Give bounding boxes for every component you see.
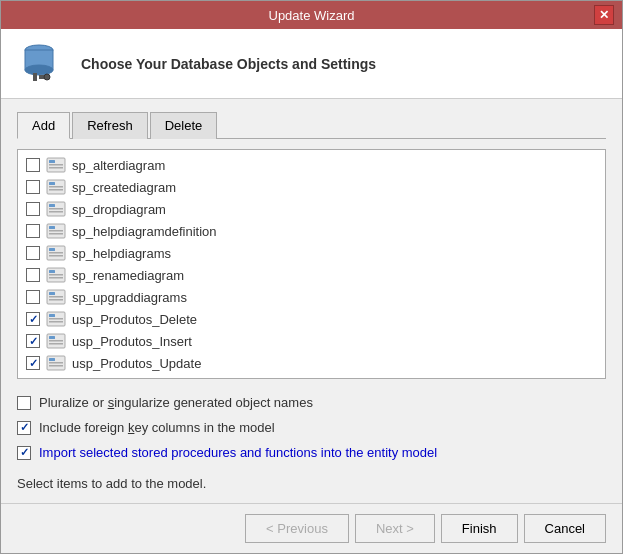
svg-rect-23 — [49, 248, 55, 251]
svg-rect-25 — [49, 255, 63, 257]
svg-rect-13 — [49, 189, 63, 191]
import-stored-checkbox[interactable] — [17, 446, 31, 460]
svg-rect-31 — [49, 292, 55, 295]
item-checkbox[interactable] — [26, 246, 40, 260]
item-checkbox[interactable] — [26, 290, 40, 304]
list-item: sp_creatediagram — [18, 176, 605, 198]
item-label: usp_Produtos_Update — [72, 356, 201, 371]
item-checkbox[interactable] — [26, 158, 40, 172]
item-checkbox[interactable] — [26, 224, 40, 238]
svg-rect-24 — [49, 252, 63, 254]
svg-rect-19 — [49, 226, 55, 229]
item-checkbox[interactable] — [26, 334, 40, 348]
svg-point-5 — [44, 74, 50, 80]
item-icon — [46, 223, 66, 239]
foreign-key-label: Include foreign key columns in the model — [39, 420, 275, 435]
svg-rect-27 — [49, 270, 55, 273]
svg-rect-3 — [33, 73, 37, 81]
item-icon — [46, 245, 66, 261]
svg-rect-33 — [49, 299, 63, 301]
list-item: usp_Produtos_Update — [18, 352, 605, 374]
svg-rect-29 — [49, 277, 63, 279]
list-item: sp_alterdiagram — [18, 154, 605, 176]
cancel-button[interactable]: Cancel — [524, 514, 606, 543]
title-bar: Update Wizard ✕ — [1, 1, 622, 29]
list-item: sp_helpdiagrams — [18, 242, 605, 264]
svg-rect-9 — [49, 167, 63, 169]
item-checkbox[interactable] — [26, 202, 40, 216]
svg-rect-43 — [49, 358, 55, 361]
item-icon — [46, 333, 66, 349]
svg-rect-32 — [49, 296, 63, 298]
option-pluralize: Pluralize or singularize generated objec… — [17, 393, 606, 412]
item-checkbox[interactable] — [26, 312, 40, 326]
next-button[interactable]: Next > — [355, 514, 435, 543]
svg-rect-35 — [49, 314, 55, 317]
list-item: sp_dropdiagram — [18, 198, 605, 220]
tab-bar: Add Refresh Delete — [17, 111, 606, 139]
item-icon — [46, 201, 66, 217]
svg-rect-7 — [49, 160, 55, 163]
main-window: Update Wizard ✕ Choose Your Database Obj… — [0, 0, 623, 554]
close-button[interactable]: ✕ — [594, 5, 614, 25]
item-label: sp_creatediagram — [72, 180, 176, 195]
item-label: sp_upgraddiagrams — [72, 290, 187, 305]
item-checkbox[interactable] — [26, 180, 40, 194]
database-icon — [17, 40, 65, 88]
item-icon — [46, 289, 66, 305]
item-icon — [46, 179, 66, 195]
items-list-container: sp_alterdiagram sp_creatediagram sp_drop… — [17, 149, 606, 379]
item-label: sp_helpdiagramdefinition — [72, 224, 217, 239]
item-icon — [46, 157, 66, 173]
item-checkbox[interactable] — [26, 268, 40, 282]
svg-rect-37 — [49, 321, 63, 323]
option-import-stored: Import selected stored procedures and fu… — [17, 443, 606, 462]
svg-rect-12 — [49, 186, 63, 188]
content-area: Add Refresh Delete sp_alterdiagram sp_cr… — [1, 99, 622, 503]
svg-rect-15 — [49, 204, 55, 207]
item-icon — [46, 267, 66, 283]
tab-add[interactable]: Add — [17, 112, 70, 139]
item-icon — [46, 355, 66, 371]
svg-rect-41 — [49, 343, 63, 345]
svg-point-2 — [25, 65, 53, 75]
previous-button[interactable]: < Previous — [245, 514, 349, 543]
header: Choose Your Database Objects and Setting… — [1, 29, 622, 99]
footer: < Previous Next > Finish Cancel — [1, 503, 622, 553]
list-item: usp_Produtos_Delete — [18, 308, 605, 330]
item-icon — [46, 311, 66, 327]
options-section: Pluralize or singularize generated objec… — [17, 393, 606, 462]
pluralize-checkbox[interactable] — [17, 396, 31, 410]
tab-refresh[interactable]: Refresh — [72, 112, 148, 139]
tab-delete[interactable]: Delete — [150, 112, 218, 139]
svg-rect-16 — [49, 208, 63, 210]
svg-rect-28 — [49, 274, 63, 276]
svg-rect-39 — [49, 336, 55, 339]
list-item: sp_renamediagram — [18, 264, 605, 286]
item-label: sp_helpdiagrams — [72, 246, 171, 261]
foreign-key-checkbox[interactable] — [17, 421, 31, 435]
header-title: Choose Your Database Objects and Setting… — [81, 56, 376, 72]
svg-rect-8 — [49, 164, 63, 166]
item-label: sp_renamediagram — [72, 268, 184, 283]
item-label: sp_alterdiagram — [72, 158, 165, 173]
svg-rect-40 — [49, 340, 63, 342]
svg-rect-44 — [49, 362, 63, 364]
list-item: usp_Produtos_Insert — [18, 330, 605, 352]
option-foreign-key: Include foreign key columns in the model — [17, 418, 606, 437]
item-label: usp_Produtos_Insert — [72, 334, 192, 349]
svg-rect-36 — [49, 318, 63, 320]
svg-rect-21 — [49, 233, 63, 235]
items-list-scroll[interactable]: sp_alterdiagram sp_creatediagram sp_drop… — [18, 150, 605, 378]
import-stored-label: Import selected stored procedures and fu… — [39, 445, 437, 460]
svg-rect-45 — [49, 365, 63, 367]
list-item: sp_helpdiagramdefinition — [18, 220, 605, 242]
status-text: Select items to add to the model. — [17, 476, 606, 491]
svg-rect-11 — [49, 182, 55, 185]
finish-button[interactable]: Finish — [441, 514, 518, 543]
pluralize-label: Pluralize or singularize generated objec… — [39, 395, 313, 410]
item-checkbox[interactable] — [26, 356, 40, 370]
svg-rect-20 — [49, 230, 63, 232]
item-label: usp_Produtos_Delete — [72, 312, 197, 327]
window-title: Update Wizard — [29, 8, 594, 23]
